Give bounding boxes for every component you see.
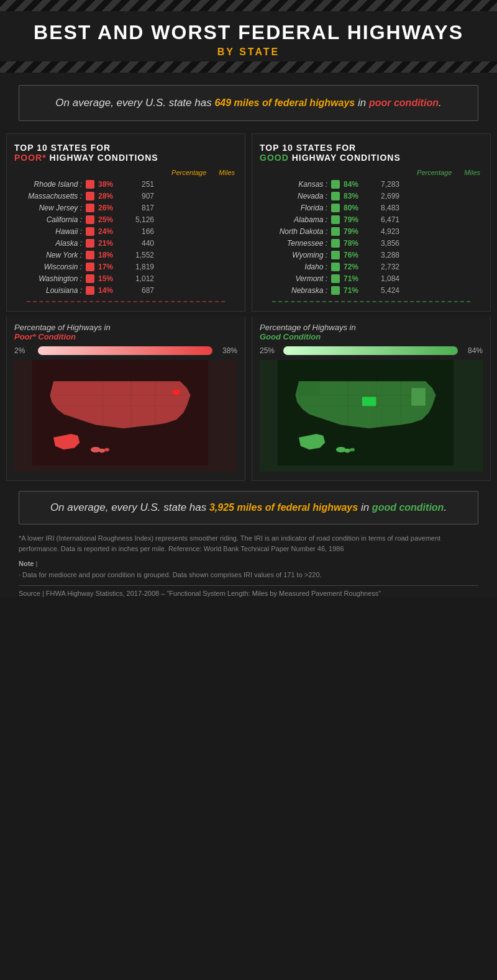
poor-scale-condition: Poor* Condition	[14, 332, 76, 341]
good-bar-icon-3	[331, 204, 340, 212]
note-section: Note | · Data for mediocre and poor cond…	[19, 559, 478, 580]
poor-bar-icon-3	[86, 204, 94, 212]
poor-scale-box: Percentage of Highways in Poor* Conditio…	[6, 317, 245, 481]
avg-good-text-before: On average, every U.S. state has	[50, 501, 209, 513]
good-bar-icon-8	[331, 263, 340, 271]
poor-state-row-4: California : 25% 5,126	[14, 215, 237, 224]
poor-state-row-6: Alaska : 21% 440	[14, 239, 237, 248]
poor-state-row-10: Louisiana : 14% 687	[14, 286, 237, 295]
good-map-svg	[260, 360, 472, 465]
avg-poor-text-middle: in	[355, 97, 369, 109]
good-state-row-2: Nevada : 83% 2,699	[260, 192, 483, 200]
good-col-title: TOP 10 STATES FOR GOOD HIGHWAY CONDITION…	[260, 143, 483, 163]
footnote-text: *A lower IRI (International Roughness In…	[19, 534, 440, 552]
good-dashed-line	[272, 301, 470, 302]
avg-poor-condition: poor condition	[369, 97, 439, 108]
poor-scale-min: 2%	[14, 346, 33, 355]
poor-scale-title: Percentage of Highways in Poor* Conditio…	[14, 323, 237, 341]
poor-bar-icon-6	[86, 239, 94, 248]
good-scale-bar	[283, 346, 458, 355]
poor-bar-icon-10	[86, 286, 94, 295]
poor-state-row-8: Wisconsin : 17% 1,819	[14, 263, 237, 271]
avg-good-number: 3,925 miles of federal highways	[209, 502, 358, 513]
source-text: Source | FHWA Highway Statistics, 2017-2…	[19, 590, 381, 597]
svg-point-21	[350, 448, 355, 452]
svg-point-19	[336, 447, 346, 452]
good-scale-max: 84%	[463, 346, 483, 355]
poor-bar-icon-9	[86, 274, 94, 283]
good-bar-icon-10	[331, 286, 340, 295]
good-col-headers: Percentage Miles	[260, 169, 483, 176]
bottom-header-stripe	[0, 61, 497, 73]
good-map-area	[260, 360, 483, 472]
poor-scale-text: Percentage of Highways in	[14, 323, 111, 332]
poor-col-headers: Percentage Miles	[14, 169, 237, 176]
footnote: *A lower IRI (International Roughness In…	[19, 533, 478, 554]
poor-bar-icon-2	[86, 192, 94, 200]
poor-map-svg	[14, 360, 226, 465]
note-text: · Data for mediocre and poor condition i…	[19, 571, 322, 578]
poor-bar-icon-4	[86, 215, 94, 224]
good-state-row-6: Tennessee : 78% 3,856	[260, 239, 483, 248]
good-bar-icon-1	[331, 180, 340, 189]
good-bar-icon-6	[331, 239, 340, 248]
svg-point-9	[104, 448, 109, 452]
poor-state-row-1: Rhode Island : 38% 251	[14, 180, 237, 189]
good-scale-box: Percentage of Highways in Good Condition…	[252, 317, 491, 481]
good-title-rest: HIGHWAY CONDITIONS	[289, 153, 401, 163]
good-state-row-10: Nebraska : 71% 5,424	[260, 286, 483, 295]
svg-point-8	[99, 449, 105, 453]
avg-good-text-middle: in	[358, 501, 372, 513]
good-scale-text: Percentage of Highways in	[260, 323, 356, 332]
poor-state-row-9: Washington : 15% 1,012	[14, 274, 237, 283]
poor-scale-bar-wrapper: 2% 38%	[14, 346, 237, 355]
svg-rect-18	[411, 388, 426, 405]
good-state-row-5: North Dakota : 79% 4,923	[260, 227, 483, 236]
good-scale-bar-wrapper: 25% 84%	[260, 346, 483, 355]
good-scale-min: 25%	[260, 346, 278, 355]
main-title: BEST AND WORST FEDERAL HIGHWAYS	[12, 21, 485, 44]
good-state-row-9: Vermont : 71% 1,084	[260, 274, 483, 283]
good-state-row-4: Alabama : 79% 6,471	[260, 215, 483, 224]
good-bar-icon-7	[331, 251, 340, 259]
source-section: Source | FHWA Highway Statistics, 2017-2…	[19, 585, 478, 597]
poor-state-row-2: Massachusetts : 28% 907	[14, 192, 237, 200]
poor-scale-bar	[38, 346, 212, 355]
top-stripe	[0, 0, 497, 11]
avg-poor-period: .	[439, 97, 442, 109]
svg-point-7	[91, 447, 101, 452]
good-state-row-3: Florida : 80% 8,483	[260, 204, 483, 212]
avg-poor-number: 649 miles of federal highways	[214, 97, 355, 108]
avg-good-condition: good condition	[372, 502, 444, 513]
poor-col-title: TOP 10 STATES FOR POOR* HIGHWAY CONDITIO…	[14, 143, 237, 163]
poor-bar-icon-7	[86, 251, 94, 259]
poor-column: TOP 10 STATES FOR POOR* HIGHWAY CONDITIO…	[6, 133, 245, 312]
avg-good-box: On average, every U.S. state has 3,925 m…	[19, 491, 478, 524]
good-scale-title: Percentage of Highways in Good Condition	[260, 323, 483, 341]
good-column: TOP 10 STATES FOR GOOD HIGHWAY CONDITION…	[252, 133, 491, 312]
good-title-line1: TOP 10 STATES FOR	[260, 143, 356, 153]
poor-map-area	[14, 360, 237, 472]
good-header-miles: Miles	[464, 169, 480, 176]
poor-header-pct: Percentage	[171, 169, 206, 176]
poor-dashed-line	[27, 301, 225, 302]
poor-title-rest: HIGHWAY CONDITIONS	[47, 153, 158, 163]
avg-poor-text-before: On average, every U.S. state has	[55, 97, 214, 109]
svg-rect-6	[173, 390, 180, 395]
avg-good-period: .	[444, 501, 447, 513]
sub-title: BY STATE	[12, 47, 485, 58]
good-bar-icon-2	[331, 192, 340, 200]
poor-state-row-5: Hawaii : 24% 166	[14, 227, 237, 236]
poor-state-row-7: New York : 18% 1,552	[14, 251, 237, 259]
note-label: Note	[19, 560, 34, 567]
good-title-word: GOOD	[260, 153, 289, 163]
scale-section: Percentage of Highways in Poor* Conditio…	[6, 317, 491, 481]
header: BEST AND WORST FEDERAL HIGHWAYS BY STATE	[0, 11, 497, 61]
poor-bar-icon-8	[86, 263, 94, 271]
good-state-row-8: Idaho : 72% 2,732	[260, 263, 483, 271]
good-scale-condition: Good Condition	[260, 332, 321, 341]
svg-point-20	[344, 449, 350, 453]
poor-bar-icon-5	[86, 227, 94, 236]
poor-scale-max: 38%	[217, 346, 237, 355]
page-wrapper: BEST AND WORST FEDERAL HIGHWAYS BY STATE…	[0, 0, 497, 597]
